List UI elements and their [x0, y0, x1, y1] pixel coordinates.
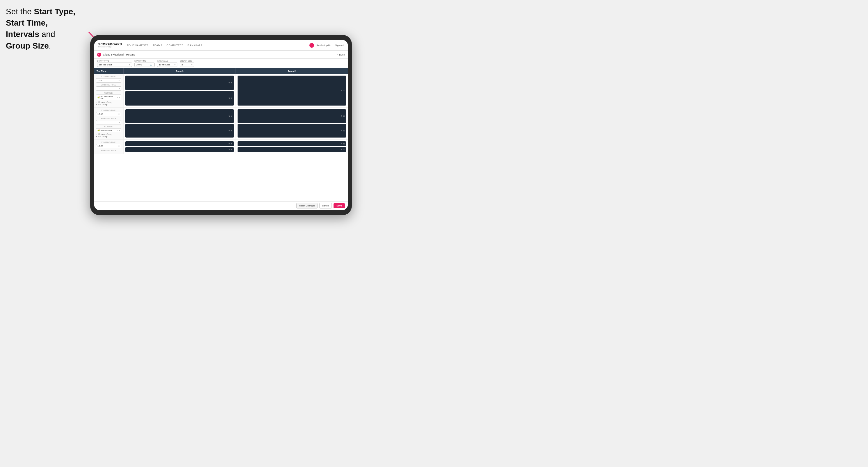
- course-arr-1: ▾: [119, 97, 120, 99]
- starting-time-input-2[interactable]: 10:10 ⏱: [96, 112, 121, 116]
- start-type-arrow-icon: ▾: [129, 64, 130, 66]
- hole-val-2: 1: [97, 121, 99, 124]
- player-card-2-1[interactable]: ✎ ✕: [238, 75, 346, 105]
- close-icon-3-1[interactable]: ✕: [231, 115, 232, 118]
- start-time-label: Start Time: [134, 60, 155, 62]
- player-card-1-2[interactable]: ✎ ✕: [125, 91, 234, 105]
- group-size-label: Group Size: [180, 60, 194, 62]
- player-card-3-2[interactable]: ✎ ✕: [125, 124, 234, 137]
- nav-teams[interactable]: TEAMS: [153, 43, 162, 48]
- start-time-select[interactable]: 10:00 🕙: [134, 63, 155, 67]
- hole-label-1: STARTING HOLE:: [96, 84, 121, 86]
- nav-rankings[interactable]: RANKINGS: [188, 43, 203, 48]
- instruction-line3-bold: Intervals: [6, 30, 39, 39]
- back-link[interactable]: ‹ Back: [337, 53, 345, 56]
- breadcrumb-section: Hosting: [126, 53, 135, 56]
- player-card-3-1[interactable]: ✎ ✕: [125, 109, 234, 123]
- team1-col-3: ✎ ✕ ✎ ✕: [123, 139, 236, 154]
- save-button[interactable]: Save: [334, 203, 345, 208]
- settings-bar: Start Type 1st Tee Start ▾ Start Time 10…: [94, 59, 348, 68]
- close-icon-1-2[interactable]: ✕: [231, 97, 232, 99]
- player-card-1-1[interactable]: ✎ ✕: [125, 75, 234, 90]
- hole-label-2: STARTING HOLE:: [96, 118, 121, 120]
- intervals-select[interactable]: 10 Minutes ▾: [157, 63, 177, 67]
- intervals-label: Intervals: [157, 60, 177, 62]
- starting-time-label-2: STARTING TIME:: [96, 109, 121, 112]
- close-icon-5-2[interactable]: ✕: [231, 149, 232, 151]
- edit-icon-6-2: ✎: [341, 149, 343, 151]
- tee-col-3: STARTING TIME: 10:20 ⏱ STARTING HOLE:: [94, 139, 123, 154]
- instruction-line4-normal: .: [49, 41, 51, 50]
- group-row-3: STARTING TIME: 10:20 ⏱ STARTING HOLE: ✎ …: [94, 139, 348, 154]
- intervals-group: Intervals 10 Minutes ▾: [157, 60, 177, 67]
- group-size-arrow-icon: ▾: [191, 64, 192, 66]
- clipp-icon: C: [97, 53, 101, 57]
- remove-group-1[interactable]: ○ Remove Group: [96, 101, 121, 103]
- edit-icon-4-2: ✎: [341, 130, 343, 132]
- tablet-screen: SCOREBOARD Powered by clipp TOURNAMENTS …: [94, 40, 348, 210]
- course-tag-2[interactable]: ⛳ East Lake GC ✕ ▾: [96, 128, 121, 132]
- start-time-group: Start Time 10:00 🕙: [134, 60, 155, 67]
- player-card-5-1[interactable]: ✎ ✕: [125, 141, 234, 146]
- starting-time-val-3: 10:20: [97, 145, 103, 148]
- close-icon-3-2[interactable]: ✕: [231, 130, 232, 132]
- course-remove-1[interactable]: ✕: [117, 96, 118, 99]
- course-remove-2[interactable]: ✕: [117, 129, 118, 131]
- sub-nav: C Clippd Invitational › Hosting ‹ Back: [94, 51, 348, 59]
- team2-col-2: ✎ ✕ ✎ ✕: [236, 107, 348, 139]
- teams-3: ✎ ✕ ✎ ✕ ✎ ✕ ✎: [123, 139, 348, 154]
- nav-committee[interactable]: COMMITTEE: [166, 43, 184, 48]
- top-nav: SCOREBOARD Powered by clipp TOURNAMENTS …: [94, 40, 348, 51]
- close-icon-6-1[interactable]: ✕: [343, 143, 345, 145]
- instruction-line1-bold: Start Type,: [34, 7, 75, 16]
- player-card-6-2[interactable]: ✎ ✕: [238, 147, 346, 152]
- player-card-6-1[interactable]: ✎ ✕: [238, 141, 346, 146]
- player-card-4-1[interactable]: ✎ ✕: [238, 109, 346, 123]
- teams-2: ✎ ✕ ✎ ✕ ✎ ✕ ✎: [123, 107, 348, 139]
- th-tee-time: Tee Time: [94, 68, 123, 74]
- tablet-frame: SCOREBOARD Powered by clipp TOURNAMENTS …: [90, 35, 352, 215]
- edit-icon-5-1: ✎: [228, 143, 230, 145]
- close-icon-5-1[interactable]: ✕: [231, 143, 232, 145]
- course-name-2: East Lake GC: [101, 129, 114, 131]
- th-team2: Team 2: [236, 68, 348, 74]
- edit-icon-3-1: ✎: [228, 115, 230, 118]
- add-group-2[interactable]: + Add Group: [96, 135, 121, 137]
- hole-select-2[interactable]: 1 ▾: [96, 120, 121, 124]
- clock-icon-2: ⏱: [118, 114, 120, 115]
- remove-group-2[interactable]: ○ Remove Group: [96, 133, 121, 135]
- close-icon-2-1[interactable]: ✕: [343, 90, 345, 92]
- group-size-group: Group Size 3 ▾: [180, 60, 194, 67]
- starting-time-input-1[interactable]: 10:00 ⏱: [96, 78, 121, 83]
- logo-area: SCOREBOARD Powered by clipp: [98, 43, 122, 48]
- close-icon-4-1[interactable]: ✕: [343, 115, 345, 118]
- main-content[interactable]: STARTING TIME: 10:00 ⏱ STARTING HOLE: 1 …: [94, 74, 348, 201]
- add-group-1[interactable]: + Add Group: [96, 103, 121, 105]
- course-label-2: COURSE:: [96, 126, 121, 128]
- close-icon-4-2[interactable]: ✕: [343, 130, 345, 132]
- nav-tournaments[interactable]: TOURNAMENTS: [127, 43, 149, 48]
- sign-out-link[interactable]: Sign out: [335, 44, 344, 46]
- hole-select-1[interactable]: 1 ▾: [96, 86, 121, 91]
- logo-sub: Powered by clipp: [98, 46, 122, 48]
- course-tag-1[interactable]: ⛳ (A) Peachtree GC ✕ ▾: [96, 94, 121, 100]
- player-card-5-2[interactable]: ✎ ✕: [125, 147, 234, 152]
- cancel-button[interactable]: Cancel: [319, 203, 332, 209]
- course-icon-1: ⛳: [97, 96, 100, 99]
- team1-col-1: ✎ ✕ ✎ ✕: [123, 74, 236, 107]
- start-type-select[interactable]: 1st Tee Start ▾: [97, 63, 132, 67]
- starting-time-val-1: 10:00: [97, 79, 103, 82]
- close-icon-1-1[interactable]: ✕: [231, 82, 232, 84]
- starting-time-label-1: STARTING TIME:: [96, 75, 121, 77]
- starting-time-label-3: STARTING TIME:: [96, 141, 121, 143]
- player-card-4-2[interactable]: ✎ ✕: [238, 124, 346, 137]
- edit-icon-1-2: ✎: [228, 97, 230, 99]
- remove-icon-2: ○: [96, 133, 97, 135]
- nav-items: TOURNAMENTS TEAMS COMMITTEE RANKINGS: [127, 43, 309, 48]
- group-size-select[interactable]: 3 ▾: [180, 63, 194, 67]
- intervals-arrow-icon: ▾: [175, 64, 176, 66]
- starting-time-input-3[interactable]: 10:20 ⏱: [96, 144, 121, 148]
- reset-button[interactable]: Reset Changes: [296, 203, 317, 209]
- course-icon-2: ⛳: [97, 129, 100, 131]
- close-icon-6-2[interactable]: ✕: [343, 149, 345, 151]
